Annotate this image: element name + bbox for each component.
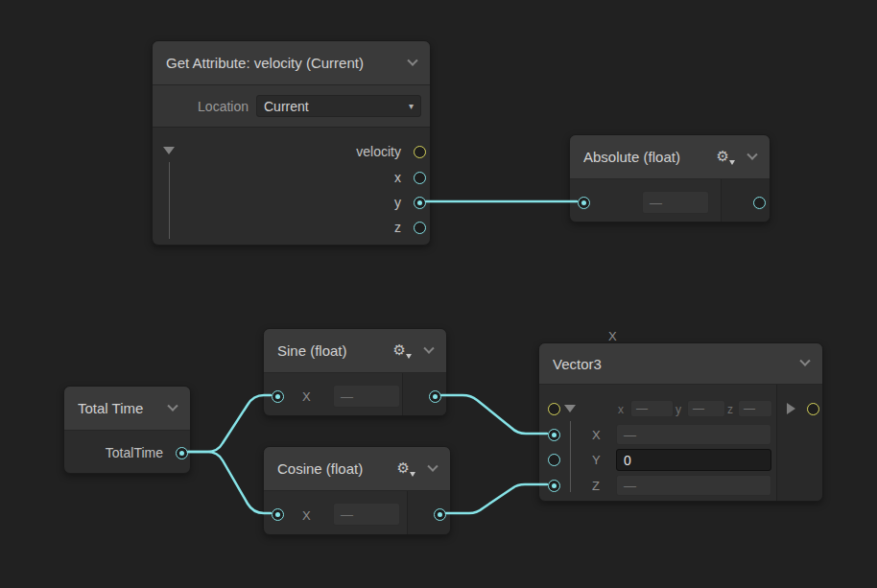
gear-icon[interactable]: ⚙ xyxy=(717,150,729,164)
foldout-triangle-icon[interactable] xyxy=(564,405,576,412)
input-port-x[interactable] xyxy=(578,197,590,209)
node-title: Sine (float) xyxy=(277,342,393,359)
output-port[interactable] xyxy=(429,390,441,403)
input-port-vector3[interactable] xyxy=(548,403,560,415)
output-port-velocity[interactable] xyxy=(414,146,426,158)
graph-canvas[interactable]: Get Attribute: velocity (Current) Locati… xyxy=(0,0,877,588)
chevron-down-icon[interactable] xyxy=(423,342,434,353)
location-dropdown-value: Current xyxy=(264,99,409,114)
x-label: X xyxy=(592,428,601,442)
z-label: Z xyxy=(592,479,600,493)
gear-dropdown-icon xyxy=(729,160,735,165)
node-title: Cosine (float) xyxy=(277,460,397,477)
location-dropdown[interactable]: Current ▾ xyxy=(256,95,421,117)
field-placeholder: — xyxy=(624,479,636,493)
node-cosine[interactable]: Cosine (float) ⚙ X — xyxy=(263,446,451,535)
port-label: x xyxy=(394,170,401,185)
input-label: X xyxy=(608,329,617,343)
chevron-down-icon[interactable] xyxy=(407,55,417,65)
edge-sine-out-to-vector3-x[interactable] xyxy=(441,395,547,434)
port-label: TotalTime xyxy=(106,445,163,460)
output-port-y[interactable] xyxy=(414,197,426,209)
node-total-time-titlebar[interactable]: Total Time xyxy=(64,387,190,431)
output-row-y: y xyxy=(153,190,430,215)
output-port-vector3[interactable] xyxy=(807,403,819,415)
node-title: Absolute (float) xyxy=(583,149,717,165)
input-field-x: — xyxy=(642,191,709,214)
gear-icon[interactable]: ⚙ xyxy=(397,461,410,476)
output-row-x: x xyxy=(153,165,430,190)
output-port-z[interactable] xyxy=(414,222,426,234)
inline-y-field: — xyxy=(687,400,725,417)
gear-dropdown-icon xyxy=(410,472,415,477)
field-value: 0 xyxy=(624,453,631,468)
inline-z-field: — xyxy=(738,400,772,417)
gear-dropdown-icon xyxy=(406,354,412,359)
input-label: X xyxy=(302,388,311,404)
field-placeholder: — xyxy=(650,196,662,210)
expand-arrow-icon[interactable] xyxy=(787,403,795,414)
z-field: — xyxy=(616,475,771,496)
edge-total-time-to-cosine-x[interactable] xyxy=(188,452,271,513)
port-label: z xyxy=(394,220,401,235)
field-placeholder: — xyxy=(341,507,353,522)
node-vector3-titlebar[interactable]: Vector3 xyxy=(539,343,822,385)
input-port-z[interactable] xyxy=(548,480,560,492)
field-placeholder: — xyxy=(341,389,353,404)
dropdown-arrow-icon: ▾ xyxy=(409,102,414,111)
input-port-y[interactable] xyxy=(548,454,560,466)
node-absolute[interactable]: Absolute (float) ⚙ X — xyxy=(569,134,770,223)
inline-y-label: y xyxy=(676,403,681,416)
port-label: velocity xyxy=(356,144,401,159)
input-port-x[interactable] xyxy=(272,508,284,521)
port-label: y xyxy=(394,195,401,210)
edge-total-time-to-sine-x[interactable] xyxy=(188,395,271,452)
node-title: Vector3 xyxy=(553,356,801,372)
input-port-x[interactable] xyxy=(548,429,560,441)
input-label: X xyxy=(302,506,311,523)
output-port[interactable] xyxy=(753,197,766,209)
output-row-velocity: velocity xyxy=(153,139,430,164)
edge-cosine-out-to-vector3-z[interactable] xyxy=(446,484,547,513)
field-placeholder: — xyxy=(744,402,755,415)
inline-x-field: — xyxy=(630,400,674,417)
node-sine[interactable]: Sine (float) ⚙ X — xyxy=(263,328,447,416)
y-label: Y xyxy=(592,453,601,467)
y-field[interactable]: 0 xyxy=(616,449,771,471)
x-field: — xyxy=(616,424,771,445)
chevron-down-icon[interactable] xyxy=(427,460,438,471)
node-vector3[interactable]: Vector3 x — y — z — X — Y 0 xyxy=(538,342,823,502)
node-total-time[interactable]: Total Time TotalTime xyxy=(63,386,191,474)
field-placeholder: — xyxy=(693,402,704,415)
gear-icon[interactable]: ⚙ xyxy=(393,343,406,358)
hierarchy-line xyxy=(570,421,571,492)
node-get-attribute-titlebar[interactable]: Get Attribute: velocity (Current) xyxy=(153,41,430,85)
chevron-down-icon[interactable] xyxy=(747,149,757,159)
output-port-totaltime[interactable] xyxy=(176,447,188,459)
node-get-attribute[interactable]: Get Attribute: velocity (Current) Locati… xyxy=(152,40,431,246)
node-title: Total Time xyxy=(78,400,169,416)
input-field-x: — xyxy=(333,385,400,408)
node-absolute-titlebar[interactable]: Absolute (float) ⚙ xyxy=(570,135,770,179)
output-row-z: z xyxy=(153,215,430,240)
chevron-down-icon[interactable] xyxy=(167,400,178,411)
node-title: Get Attribute: velocity (Current) xyxy=(166,55,409,71)
field-placeholder: — xyxy=(636,402,648,415)
output-port[interactable] xyxy=(434,508,446,521)
input-field-x: — xyxy=(333,503,400,526)
location-row: Location Current ▾ xyxy=(153,85,430,128)
node-cosine-titlebar[interactable]: Cosine (float) ⚙ xyxy=(264,447,450,491)
chevron-down-icon[interactable] xyxy=(799,356,810,366)
node-sine-titlebar[interactable]: Sine (float) ⚙ xyxy=(264,329,446,373)
inline-x-label: x xyxy=(618,403,624,416)
inline-z-label: z xyxy=(727,403,733,416)
field-placeholder: — xyxy=(624,428,636,442)
output-row-totaltime: TotalTime xyxy=(64,440,190,465)
location-label: Location xyxy=(198,99,249,114)
input-port-x[interactable] xyxy=(272,390,284,403)
output-port-x[interactable] xyxy=(414,172,426,184)
output-area xyxy=(776,385,822,501)
